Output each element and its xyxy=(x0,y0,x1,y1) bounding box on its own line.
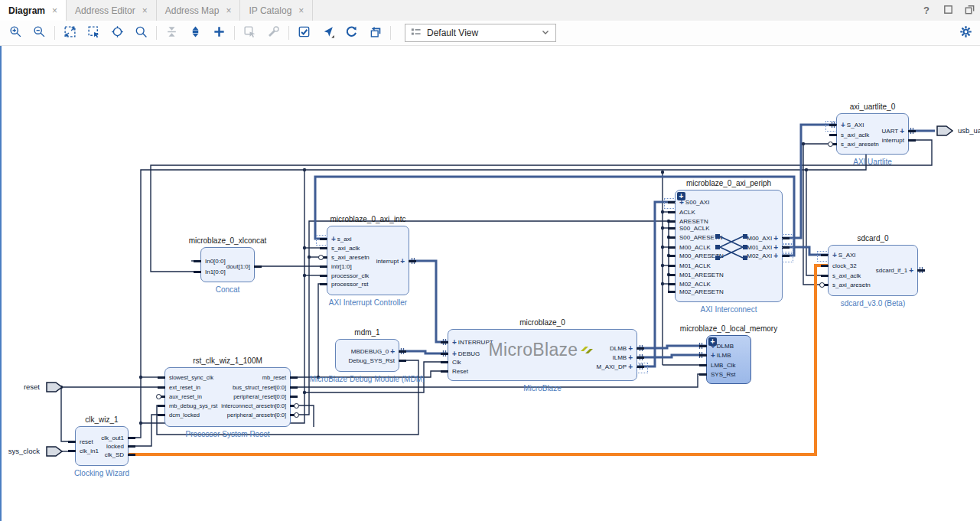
wire[interactable] xyxy=(409,261,448,342)
ip-block-microblaze-0[interactable]: microblaze_0MicroBlaze+INTERRUPT+DEBUGCl… xyxy=(448,329,637,381)
ip-block-sdcard-0[interactable]: sdcard_0sdcard_v3.0 (Beta)+S_AXIclock_32… xyxy=(828,245,918,296)
port-microblaze-0-local-memory-sys-rst[interactable]: SYS_Rst xyxy=(711,371,735,379)
port-axi-uartlite-0-s-axi-aclk[interactable]: s_axi_aclk xyxy=(841,132,869,139)
regenerate-layout-icon[interactable] xyxy=(364,23,386,43)
external-port-sys-clock[interactable] xyxy=(46,446,63,460)
port-clk-wiz-1-clk-sd[interactable]: clk_SD xyxy=(105,451,124,459)
zoom-fit-icon[interactable] xyxy=(59,23,81,43)
tab-diagram[interactable]: Diagram× xyxy=(0,0,67,21)
port-clk-wiz-1-clk-in1[interactable]: clk_in1 xyxy=(80,448,99,455)
external-port-reset[interactable] xyxy=(46,382,63,396)
port-axi-uartlite-0-s-axi[interactable]: +S_AXI xyxy=(841,122,864,129)
ip-block-rst-clk-wiz-1-100m[interactable]: rst_clk_wiz_1_100MProcessor System Reset… xyxy=(164,367,291,427)
port-rst-clk-wiz-1-100m-bus-struct-reset-0-0[interactable]: bus_struct_reset[0:0] xyxy=(233,384,286,392)
port-microblaze-0-axi-periph-m00-axi[interactable]: M00_AXI+ xyxy=(747,235,778,243)
port-microblaze-0-axi-periph-m02-aresetn[interactable]: M02_ARESETN xyxy=(679,288,724,296)
help-icon[interactable]: ? xyxy=(920,5,933,17)
port-microblaze-0-axi-periph-s00-aclk[interactable]: S00_ACLK xyxy=(679,225,710,233)
zoom-in-icon[interactable] xyxy=(5,23,27,43)
port-rst-clk-wiz-1-100m-ext-reset-in[interactable]: ext_reset_in xyxy=(169,384,200,392)
wire[interactable] xyxy=(129,415,164,446)
add-ip-icon[interactable] xyxy=(208,23,230,43)
port-clk-wiz-1-clk-out1[interactable]: clk_out1 xyxy=(101,435,124,442)
port-microblaze-0-axi-intc-processor-rst[interactable]: processor_rst xyxy=(331,281,368,288)
tab-ip-catalog[interactable]: IP Catalog× xyxy=(240,0,313,21)
ip-block-mdm-1[interactable]: mdm_1MicroBlaze Debug Module (MDM)MBDEBU… xyxy=(335,339,399,372)
port-rst-clk-wiz-1-100m-mb-reset[interactable]: mb_reset xyxy=(262,374,286,382)
port-rst-clk-wiz-1-100m-dcm-locked[interactable]: dcm_locked xyxy=(169,412,200,419)
zoom-to-selection-icon[interactable] xyxy=(83,23,105,43)
port-rst-clk-wiz-1-100m-mb-debug-sys-rst[interactable]: mb_debug_sys_rst xyxy=(169,402,217,410)
port-microblaze-0-axi-intc-s-axi[interactable]: +s_axi xyxy=(331,236,352,243)
float-icon[interactable] xyxy=(963,5,975,17)
tab-close-icon[interactable]: × xyxy=(298,5,304,16)
diagram-canvas[interactable]: microblaze_0_xlconcatConcatIn0[0:0]In1[0… xyxy=(0,0,980,521)
ip-block-clk-wiz-1[interactable]: clk_wiz_1Clocking Wizardresetclk_in1clk_… xyxy=(75,426,129,466)
port-microblaze-0-axi-intc-intr-1-0[interactable]: intr[1:0] xyxy=(331,263,352,271)
pin-icon[interactable] xyxy=(317,23,339,43)
tab-address-map[interactable]: Address Map× xyxy=(157,0,241,21)
validate-design-icon[interactable] xyxy=(293,23,315,43)
port-microblaze-0-axi-periph-aclk[interactable]: ACLK xyxy=(679,209,695,217)
port-microblaze-0-xlconcat-dout-1-0[interactable]: dout[1:0] xyxy=(226,263,250,271)
view-selector[interactable]: Default View xyxy=(405,24,556,42)
ip-block-axi-uartlite-0[interactable]: axi_uartlite_0AXI Uartlite+S_AXIs_axi_ac… xyxy=(836,113,909,155)
ip-block-microblaze-0-local-memory[interactable]: microblaze_0_local_memory++DLMB+ILMBLMB_… xyxy=(706,335,751,384)
port-sdcard-0-s-axi-aresetn[interactable]: s_axi_aresetn xyxy=(832,282,871,289)
port-microblaze-0-axi-periph-s00-axi[interactable]: +S00_AXI xyxy=(679,199,709,207)
port-microblaze-0-axi-periph-m01-aresetn[interactable]: M01_ARESETN xyxy=(679,272,724,279)
wire[interactable] xyxy=(151,140,932,272)
port-axi-uartlite-0-s-axi-aresetn[interactable]: s_axi_aresetn xyxy=(841,141,879,148)
port-microblaze-0-axi-intc-interrupt[interactable]: interrupt+ xyxy=(376,258,405,265)
wire[interactable] xyxy=(637,346,706,348)
refresh-icon[interactable] xyxy=(340,23,363,43)
port-microblaze-0-axi-periph-m02-aclk[interactable]: M02_ACLK xyxy=(679,281,711,288)
port-microblaze-0-axi-intc-processor-clk[interactable]: processor_clk xyxy=(331,272,369,280)
port-axi-uartlite-0-interrupt[interactable]: interrupt xyxy=(882,137,904,145)
port-microblaze-0-axi-intc-s-axi-aresetn[interactable]: s_axi_aresetn xyxy=(331,254,370,262)
port-clk-wiz-1-locked[interactable]: locked xyxy=(106,443,124,451)
external-port-usb-uart[interactable] xyxy=(936,125,953,139)
port-rst-clk-wiz-1-100m-peripheral-aresetn-0-0[interactable]: peripheral_aresetn[0:0] xyxy=(227,412,286,419)
tab-close-icon[interactable]: × xyxy=(52,5,57,16)
settings-icon[interactable] xyxy=(959,25,975,41)
port-microblaze-0-axi-periph-m00-aclk[interactable]: M00_ACLK xyxy=(679,244,711,252)
expand-hierarchy-icon[interactable] xyxy=(184,23,207,43)
port-mdm-1-debug-sys-rst[interactable]: Debug_SYS_Rst xyxy=(349,357,395,365)
maximize-icon[interactable] xyxy=(942,5,954,17)
port-microblaze-0-axi-periph-m01-axi[interactable]: M01_AXI+ xyxy=(747,244,778,252)
zoom-out-icon[interactable] xyxy=(28,23,50,43)
tab-close-icon[interactable]: × xyxy=(142,5,148,16)
fit-selection-icon[interactable] xyxy=(106,23,129,43)
port-microblaze-0-local-memory-ilmb[interactable]: +ILMB xyxy=(711,352,731,360)
tab-address-editor[interactable]: Address Editor× xyxy=(67,0,157,21)
port-clk-wiz-1-reset[interactable]: reset xyxy=(80,438,93,446)
wire[interactable] xyxy=(61,387,75,441)
port-microblaze-0-local-memory-dlmb[interactable]: +DLMB xyxy=(711,343,734,350)
port-axi-uartlite-0-uart[interactable]: UART+ xyxy=(882,128,904,135)
ip-block-microblaze-0-axi-periph[interactable]: microblaze_0_axi_periphAXI Interconnect+… xyxy=(675,190,783,302)
port-sdcard-0-s-axi[interactable]: +S_AXI xyxy=(832,252,856,259)
port-microblaze-0-xlconcat-in1-0-0[interactable]: In1[0:0] xyxy=(205,269,226,276)
port-microblaze-0-axi-periph-m01-aclk[interactable]: M01_ACLK xyxy=(679,262,711,270)
port-sdcard-0-s-axi-aclk[interactable]: s_axi_aclk xyxy=(832,272,861,280)
port-microblaze-0-local-memory-lmb-clk[interactable]: LMB_Clk xyxy=(711,362,735,370)
port-microblaze-0-reset[interactable]: Reset xyxy=(452,368,468,376)
port-rst-clk-wiz-1-100m-aux-reset-in[interactable]: aux_reset_in xyxy=(169,393,202,401)
port-mdm-1-mbdebug-0[interactable]: MBDEBUG_0+ xyxy=(351,348,395,356)
port-microblaze-0-axi-periph-m02-axi[interactable]: M02_AXI+ xyxy=(747,252,778,260)
port-sdcard-0-sdcard-if-1[interactable]: sdcard_if_1+ xyxy=(876,267,913,275)
port-microblaze-0-xlconcat-in0-0-0[interactable]: In0[0:0] xyxy=(205,258,226,265)
port-rst-clk-wiz-1-100m-peripheral-reset-0-0[interactable]: peripheral_reset[0:0] xyxy=(233,393,286,401)
port-microblaze-0-m-axi-dp[interactable]: M_AXI_DP+ xyxy=(597,363,633,371)
ip-block-microblaze-0-axi-intc[interactable]: microblaze_0_axi_intcAXI Interrupt Contr… xyxy=(327,226,409,295)
wire[interactable] xyxy=(318,284,327,377)
port-microblaze-0-axi-intc-s-axi-aclk[interactable]: s_axi_aclk xyxy=(331,245,360,252)
port-rst-clk-wiz-1-100m-slowest-sync-clk[interactable]: slowest_sync_clk xyxy=(169,374,213,382)
tab-close-icon[interactable]: × xyxy=(226,5,231,16)
port-rst-clk-wiz-1-100m-interconnect-aresetn-0-0[interactable]: interconnect_aresetn[0:0] xyxy=(221,402,286,410)
search-icon[interactable] xyxy=(130,23,152,43)
wire[interactable] xyxy=(637,355,706,357)
ip-block-microblaze-0-xlconcat[interactable]: microblaze_0_xlconcatConcatIn0[0:0]In1[0… xyxy=(200,247,255,282)
port-sdcard-0-clock-32[interactable]: clock_32 xyxy=(832,262,857,270)
